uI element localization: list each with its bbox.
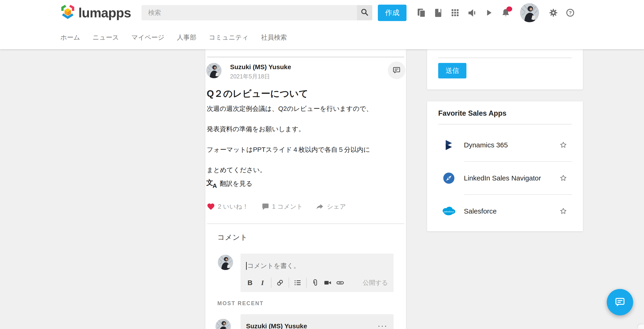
- toolbar-divider: [306, 278, 306, 288]
- composer-input[interactable]: コメントを書く。: [246, 261, 300, 270]
- apps-grid-button[interactable]: [450, 8, 460, 17]
- search-input[interactable]: [142, 5, 357, 20]
- form-input-underline[interactable]: [438, 58, 572, 58]
- search-icon: [360, 8, 369, 18]
- nav-item-community[interactable]: コミュニティ: [209, 33, 248, 42]
- insert-link-button[interactable]: [276, 278, 284, 287]
- publish-button[interactable]: 公開する: [363, 278, 388, 287]
- app-label: Dynamics 365: [464, 129, 508, 161]
- most-recent-label: MOST RECENT: [217, 300, 264, 306]
- post-paragraph: まとめてください。: [207, 166, 266, 174]
- app-label: LinkedIn Sales Navigator: [464, 162, 541, 195]
- contact-form-card: 送信: [427, 49, 583, 90]
- favorite-star-button[interactable]: [559, 174, 567, 182]
- comments-divider: [207, 223, 404, 224]
- announcements-button[interactable]: [467, 8, 476, 17]
- help-icon: ?: [566, 8, 575, 17]
- chain-link-icon: [276, 279, 284, 287]
- post-comment-shortcut-button[interactable]: [388, 62, 405, 79]
- attach-file-button[interactable]: [311, 278, 319, 287]
- favorites-title: Favorite Sales Apps: [438, 109, 506, 118]
- header-icon-row: ?: [417, 3, 575, 22]
- chat-bubble-icon: [614, 296, 626, 309]
- lumapps-app: lumapps 作成: [0, 0, 644, 329]
- header: lumapps 作成: [0, 0, 644, 49]
- translate-icon-zh: 文: [206, 178, 213, 187]
- text-caret: [246, 262, 247, 270]
- notifications-button[interactable]: [501, 8, 510, 17]
- post-author-name[interactable]: Suzuki (MS) Yusuke: [230, 63, 291, 71]
- create-button[interactable]: 作成: [378, 5, 406, 21]
- app-label: Salesforce: [464, 195, 497, 228]
- favorite-star-button[interactable]: [559, 207, 567, 215]
- nav-item-hr[interactable]: 人事部: [177, 33, 196, 42]
- lumapps-logo-text: lumapps: [78, 5, 131, 20]
- favorite-star-button[interactable]: [559, 141, 567, 149]
- bullet-list-button[interactable]: [294, 278, 302, 287]
- like-button[interactable]: 2 いいね！: [207, 202, 248, 211]
- comment-icon: [262, 203, 269, 210]
- user-avatar[interactable]: [520, 3, 539, 22]
- post-title: Q２のレビューについて: [207, 87, 308, 100]
- bottom-corner-card: [638, 324, 644, 329]
- view-translation-link[interactable]: 文 A 翻訳を見る: [206, 178, 252, 189]
- nav-item-mypage[interactable]: マイページ: [131, 33, 164, 42]
- italic-button[interactable]: I: [258, 278, 266, 287]
- app-row-salesforce[interactable]: salesforce Salesforce: [427, 195, 583, 228]
- post-social-row: 2 いいね！ 1 コメント シェア: [207, 202, 355, 211]
- nav-item-employee-search[interactable]: 社員検索: [261, 33, 287, 42]
- search-bar: [142, 5, 372, 20]
- star-icon: [559, 141, 567, 149]
- heart-icon: [207, 202, 215, 211]
- post-paragraph: フォーマットはPPTスライド４枚以内で各自５分以内に: [207, 145, 370, 154]
- comment-count-button[interactable]: 1 コメント: [262, 202, 303, 211]
- settings-button[interactable]: [549, 8, 558, 17]
- toolbar-divider: [271, 278, 272, 288]
- translate-icon-la: A: [212, 182, 217, 189]
- bullet-list-icon: [294, 279, 302, 287]
- app-row-dynamics365[interactable]: Dynamics 365: [427, 129, 583, 161]
- notification-badge: [506, 7, 512, 12]
- pages-button[interactable]: [417, 8, 426, 17]
- composer-toolbar: B I: [246, 277, 388, 288]
- share-icon: [316, 203, 324, 211]
- library-button[interactable]: [434, 8, 443, 17]
- share-label: シェア: [327, 202, 346, 211]
- top-divider: [207, 57, 404, 57]
- star-icon: [559, 174, 567, 182]
- post-article: Suzuki (MS) Yusuke 2021年5月18日 Q２のレビューについ…: [205, 49, 406, 329]
- search-button[interactable]: [357, 5, 372, 20]
- insert-url-button[interactable]: [336, 278, 344, 287]
- salesforce-icon: salesforce: [440, 195, 458, 228]
- paperclip-icon: [311, 279, 319, 287]
- comment-bubble-icon: [392, 66, 401, 75]
- play-button[interactable]: [484, 8, 494, 17]
- app-row-linkedin-sales-navigator[interactable]: LinkedIn Sales Navigator: [427, 162, 583, 195]
- bookmark-book-icon: [434, 8, 443, 17]
- star-icon: [559, 207, 567, 215]
- main-nav: ホーム ニュース マイページ 人事部 コミュニティ 社員検索: [0, 26, 644, 49]
- lumapps-logo[interactable]: lumapps: [60, 5, 131, 21]
- help-button[interactable]: ?: [566, 8, 575, 17]
- comment-author-name[interactable]: Suzuki (MS) Yusuke: [246, 322, 307, 329]
- view-translation-label: 翻訳を見る: [220, 179, 252, 188]
- nav-item-news[interactable]: ニュース: [92, 33, 119, 42]
- share-button[interactable]: シェア: [316, 202, 346, 211]
- url-pill-icon: [336, 279, 344, 287]
- send-button[interactable]: 送信: [438, 63, 466, 78]
- comment-composer[interactable]: コメントを書く。 B I: [240, 254, 394, 292]
- post-author-avatar[interactable]: [206, 63, 222, 78]
- favorite-sales-apps-card: Favorite Sales Apps Dynamics 365: [427, 101, 583, 231]
- gear-icon: [549, 8, 558, 17]
- play-icon: [484, 8, 494, 17]
- bold-button[interactable]: B: [246, 278, 254, 287]
- dynamics365-icon: [440, 129, 458, 161]
- chat-fab-button[interactable]: [607, 289, 633, 315]
- nav-item-home[interactable]: ホーム: [60, 33, 80, 42]
- svg-text:?: ?: [569, 10, 572, 15]
- header-top-row: lumapps 作成: [0, 0, 644, 26]
- comment-more-menu-button[interactable]: ···: [378, 321, 388, 329]
- comment-author-avatar: [216, 319, 231, 329]
- translate-icon: 文 A: [206, 178, 217, 189]
- attach-video-button[interactable]: [324, 278, 332, 287]
